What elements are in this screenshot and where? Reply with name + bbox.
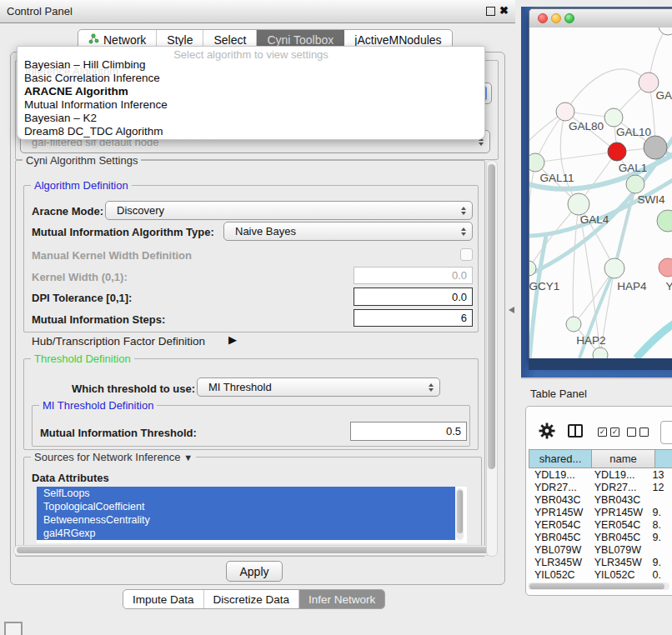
column-header-shared-name[interactable]: shared... [529, 449, 592, 468]
attribute-item-selected[interactable]: gal4RGexp [37, 527, 455, 540]
collapse-down-triangle-icon[interactable]: ▼ [183, 452, 193, 462]
column-header-name[interactable]: name [592, 449, 655, 468]
table-row[interactable]: YIL052CYIL052C0. [529, 569, 672, 582]
zoom-traffic-light-icon[interactable] [564, 13, 574, 23]
algorithm-option[interactable]: Mutual Information Inference [18, 98, 484, 112]
window-shadow [529, 358, 672, 370]
aracne-mode-combo[interactable]: Discovery [105, 201, 473, 220]
node-label-gal4: GAL4 [580, 213, 609, 226]
combo-stepper-icon [461, 207, 466, 215]
mi-algorithm-type-label: Mutual Information Algorithm Type: [32, 226, 214, 238]
hub-section-label[interactable]: Hub/Transcription Factor Definition [32, 335, 205, 348]
combo-stepper-icon [461, 228, 466, 236]
screen: Control Panel ✖ Network Style Select Cyn… [0, 0, 672, 635]
settings-horizontal-scrollbar[interactable] [13, 545, 495, 556]
mi-threshold-fieldset-title: MI Threshold Definition [39, 399, 157, 412]
attribute-list-scrollbar[interactable] [456, 488, 464, 540]
manual-kernel-width-checkbox[interactable] [460, 248, 473, 261]
show-columns-icon[interactable]: ✓✓ [598, 428, 619, 437]
attribute-item-selected[interactable]: TopologicalCoefficient [37, 500, 455, 513]
table-row[interactable]: YBR045CYBR045C9. [529, 532, 672, 544]
mi-steps-label: Mutual Information Steps: [32, 313, 165, 326]
algorithm-definition-title: Algorithm Definition [31, 179, 132, 192]
node-label-hap2: HAP2 [576, 334, 605, 347]
network-canvas[interactable]: GAL GAL80 GAL10 GAL1 GAL11 SWI4 GAL4 GCY… [529, 28, 672, 358]
node-label-gal-partial: GAL [655, 89, 672, 102]
table-body: YDL19...YDL19...13 YDR27...YDR27...12 YB… [529, 469, 672, 582]
node-label-y-partial: Y [665, 280, 672, 292]
cyni-bottom-tabbar: Impute Data Discretize Data Infer Networ… [123, 589, 385, 609]
node-label-gal1: GAL1 [619, 162, 648, 174]
minimize-traffic-light-icon[interactable] [551, 13, 561, 23]
cyni-settings-title: Cyni Algorithm Settings [23, 154, 141, 167]
sources-title: Sources for Network Inference ▼ [31, 451, 196, 463]
column-panes-icon[interactable] [568, 424, 583, 438]
table-row[interactable]: YDL19...YDL19...13 [529, 469, 672, 482]
dpi-tolerance-label: DPI Tolerance [0,1]: [32, 292, 132, 304]
column-header-partial[interactable] [655, 449, 672, 468]
mi-steps-field[interactable]: 6 [354, 309, 473, 327]
kernel-width-label: Kernel Width (0,1): [32, 271, 128, 283]
panel-divider [521, 378, 672, 379]
network-desktop: GAL GAL80 GAL10 GAL1 GAL11 SWI4 GAL4 GCY… [521, 7, 672, 379]
node-label-gal80: GAL80 [569, 120, 604, 132]
table-horizontal-scrollbar[interactable] [528, 582, 669, 590]
attribute-item-selected[interactable]: BetweennessCentrality [37, 513, 455, 527]
expand-right-triangle-icon[interactable]: ▶ [228, 333, 237, 346]
table-row[interactable]: YBR043CYBR043C [529, 494, 672, 507]
function-builder-icon[interactable] [660, 421, 672, 444]
control-panel-title: Control Panel [7, 5, 73, 18]
control-panel-titlebar: Control Panel ✖ [0, 0, 515, 23]
gear-icon[interactable] [539, 422, 555, 442]
table-row[interactable]: YER054CYER054C8. [529, 519, 672, 532]
tab-network-label: Network [103, 33, 146, 47]
data-attributes-list: SelfLoops TopologicalCoefficient Between… [37, 487, 467, 543]
close-panel-icon[interactable]: ✖ [499, 4, 509, 17]
which-threshold-combo[interactable]: MI Threshold [197, 378, 440, 397]
threshold-definition-title: Threshold Definition [31, 352, 134, 365]
node-label-gal10: GAL10 [616, 126, 651, 138]
table-header-row: shared... name [529, 449, 672, 468]
node-label-swi4: SWI4 [637, 193, 664, 206]
float-panel-icon[interactable] [486, 7, 495, 16]
table-row[interactable]: YBL079WYBL079W [529, 544, 672, 557]
manual-kernel-width-label: Manual Kernel Width Definition [32, 249, 192, 262]
network-icon [88, 33, 99, 47]
attribute-item-selected[interactable]: SelfLoops [37, 487, 455, 500]
algorithm-option[interactable]: Dream8 DC_TDC Algorithm [18, 125, 484, 138]
data-attributes-label: Data Attributes [32, 472, 109, 484]
algorithm-dropdown-popup: Select algorithm to view settings Bayesi… [17, 46, 485, 140]
dpi-tolerance-field[interactable]: 0.0 [354, 288, 473, 306]
hide-columns-icon[interactable] [627, 428, 649, 437]
table-panel-title: Table Panel [530, 388, 587, 400]
node-label-gal11: GAL11 [539, 172, 574, 184]
tab-infer-network[interactable]: Infer Network [299, 590, 384, 608]
network-view-window: GAL GAL80 GAL10 GAL1 GAL11 SWI4 GAL4 GCY… [529, 8, 672, 360]
algorithm-option-selected[interactable]: ARACNE Algorithm [18, 85, 484, 98]
mi-threshold-label: Mutual Information Threshold: [40, 427, 197, 439]
minimized-panel-box[interactable] [4, 622, 23, 635]
mi-threshold-field[interactable]: 0.5 [350, 422, 467, 441]
settings-vertical-scrollbar[interactable] [486, 160, 498, 557]
kernel-width-field[interactable]: 0.0 [354, 267, 473, 284]
combo-stepper-icon [429, 383, 434, 392]
node-label-hap4: HAP4 [617, 280, 646, 292]
algorithm-option[interactable]: Bayesian – K2 [18, 112, 484, 125]
table-row[interactable]: YLR345WYLR345W9. [529, 557, 672, 569]
close-traffic-light-icon[interactable] [538, 13, 548, 23]
network-window-titlebar[interactable] [529, 9, 672, 28]
tab-discretize-data[interactable]: Discretize Data [204, 590, 300, 608]
mi-algorithm-type-combo[interactable]: Naive Bayes [223, 222, 473, 241]
node-label-gcy1: GCY1 [529, 280, 559, 292]
table-row[interactable]: YPR145WYPR145W9. [529, 507, 672, 519]
which-threshold-label: Which threshold to use: [72, 382, 195, 395]
popup-prompt: Select algorithm to view settings [18, 47, 484, 58]
aracne-mode-label: Aracne Mode: [32, 205, 103, 218]
inference-algorithm-ghost-label: Inference Algorithm [25, 65, 118, 78]
table-row[interactable]: YDR27...YDR27...12 [529, 482, 672, 494]
tab-impute-data[interactable]: Impute Data [123, 590, 204, 608]
apply-button[interactable]: Apply [226, 561, 283, 582]
mouse-cursor [509, 307, 514, 313]
